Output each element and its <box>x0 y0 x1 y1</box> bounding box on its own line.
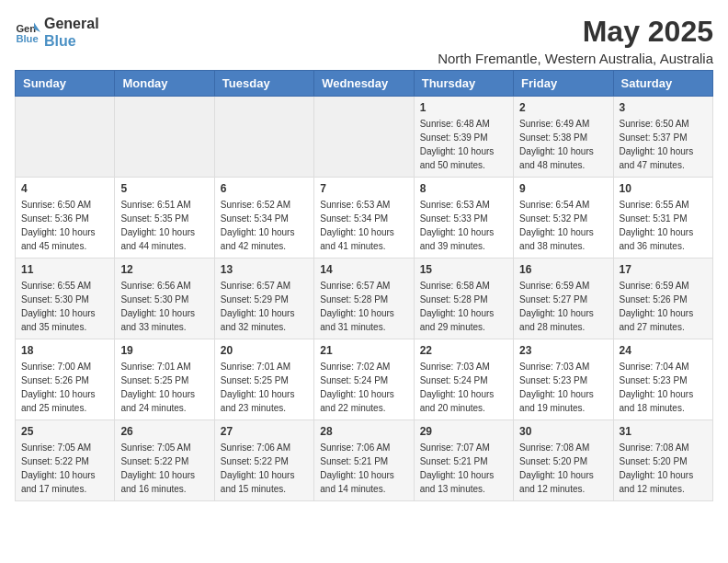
calendar-week-row: 4Sunrise: 6:50 AM Sunset: 5:36 PM Daylig… <box>16 178 713 259</box>
day-number: 3 <box>620 101 707 114</box>
calendar-table: Sunday Monday Tuesday Wednesday Thursday… <box>15 70 713 501</box>
table-row: 8Sunrise: 6:53 AM Sunset: 5:33 PM Daylig… <box>414 178 513 259</box>
day-number: 31 <box>620 425 707 438</box>
day-info: Sunrise: 6:57 AM Sunset: 5:29 PM Dayligh… <box>221 279 308 334</box>
header-sunday: Sunday <box>16 71 115 97</box>
day-number: 20 <box>221 344 308 357</box>
day-number: 2 <box>519 101 607 114</box>
day-number: 15 <box>420 263 507 276</box>
table-row: 11Sunrise: 6:55 AM Sunset: 5:30 PM Dayli… <box>16 259 115 339</box>
day-info: Sunrise: 7:03 AM Sunset: 5:24 PM Dayligh… <box>420 360 507 415</box>
day-info: Sunrise: 7:06 AM Sunset: 5:21 PM Dayligh… <box>320 441 407 496</box>
day-number: 6 <box>221 182 308 195</box>
day-info: Sunrise: 7:07 AM Sunset: 5:21 PM Dayligh… <box>420 441 507 496</box>
header-thursday: Thursday <box>414 71 513 97</box>
day-number: 13 <box>221 263 308 276</box>
table-row: 31Sunrise: 7:08 AM Sunset: 5:20 PM Dayli… <box>613 420 712 501</box>
day-info: Sunrise: 7:05 AM Sunset: 5:22 PM Dayligh… <box>120 441 208 496</box>
table-row <box>214 97 313 178</box>
day-info: Sunrise: 6:48 AM Sunset: 5:39 PM Dayligh… <box>420 117 507 172</box>
day-info: Sunrise: 7:08 AM Sunset: 5:20 PM Dayligh… <box>519 441 607 496</box>
calendar-title: May 2025 <box>438 15 713 49</box>
day-info: Sunrise: 6:59 AM Sunset: 5:26 PM Dayligh… <box>620 279 707 334</box>
day-number: 7 <box>320 182 407 195</box>
table-row: 19Sunrise: 7:01 AM Sunset: 5:25 PM Dayli… <box>115 339 214 420</box>
logo-general: General <box>44 16 99 31</box>
table-row: 17Sunrise: 6:59 AM Sunset: 5:26 PM Dayli… <box>613 259 712 339</box>
day-number: 11 <box>21 263 108 276</box>
day-info: Sunrise: 7:02 AM Sunset: 5:24 PM Dayligh… <box>320 360 407 415</box>
table-row: 25Sunrise: 7:05 AM Sunset: 5:22 PM Dayli… <box>16 420 115 501</box>
day-number: 30 <box>519 425 607 438</box>
table-row: 24Sunrise: 7:04 AM Sunset: 5:23 PM Dayli… <box>613 339 712 420</box>
calendar-header-row: Sunday Monday Tuesday Wednesday Thursday… <box>16 71 713 97</box>
table-row: 27Sunrise: 7:06 AM Sunset: 5:22 PM Dayli… <box>214 420 313 501</box>
table-row: 2Sunrise: 6:49 AM Sunset: 5:38 PM Daylig… <box>514 97 613 178</box>
day-number: 10 <box>620 182 707 195</box>
logo: Gen Blue General Blue <box>15 15 99 50</box>
day-number: 21 <box>320 344 407 357</box>
table-row: 18Sunrise: 7:00 AM Sunset: 5:26 PM Dayli… <box>16 339 115 420</box>
day-number: 28 <box>320 425 407 438</box>
table-row: 20Sunrise: 7:01 AM Sunset: 5:25 PM Dayli… <box>214 339 313 420</box>
day-number: 8 <box>420 182 507 195</box>
day-number: 27 <box>221 425 308 438</box>
day-number: 29 <box>420 425 507 438</box>
table-row <box>314 97 414 178</box>
table-row: 1Sunrise: 6:48 AM Sunset: 5:39 PM Daylig… <box>414 97 513 178</box>
table-row: 30Sunrise: 7:08 AM Sunset: 5:20 PM Dayli… <box>514 420 613 501</box>
day-number: 4 <box>21 182 108 195</box>
table-row: 7Sunrise: 6:53 AM Sunset: 5:34 PM Daylig… <box>314 178 414 259</box>
table-row: 10Sunrise: 6:55 AM Sunset: 5:31 PM Dayli… <box>613 178 712 259</box>
day-info: Sunrise: 6:53 AM Sunset: 5:33 PM Dayligh… <box>420 198 507 253</box>
calendar-week-row: 18Sunrise: 7:00 AM Sunset: 5:26 PM Dayli… <box>16 339 713 420</box>
calendar-week-row: 1Sunrise: 6:48 AM Sunset: 5:39 PM Daylig… <box>16 97 713 178</box>
table-row: 3Sunrise: 6:50 AM Sunset: 5:37 PM Daylig… <box>613 97 712 178</box>
table-row: 29Sunrise: 7:07 AM Sunset: 5:21 PM Dayli… <box>414 420 513 501</box>
day-number: 18 <box>21 344 108 357</box>
day-info: Sunrise: 7:01 AM Sunset: 5:25 PM Dayligh… <box>221 360 308 415</box>
day-info: Sunrise: 6:56 AM Sunset: 5:30 PM Dayligh… <box>120 279 208 334</box>
header-friday: Friday <box>514 71 613 97</box>
day-number: 17 <box>620 263 707 276</box>
header-saturday: Saturday <box>613 71 712 97</box>
day-info: Sunrise: 6:50 AM Sunset: 5:37 PM Dayligh… <box>620 117 707 172</box>
day-info: Sunrise: 7:05 AM Sunset: 5:22 PM Dayligh… <box>21 441 108 496</box>
day-number: 23 <box>519 344 607 357</box>
day-number: 16 <box>519 263 607 276</box>
day-number: 22 <box>420 344 507 357</box>
table-row: 26Sunrise: 7:05 AM Sunset: 5:22 PM Dayli… <box>115 420 214 501</box>
day-info: Sunrise: 6:53 AM Sunset: 5:34 PM Dayligh… <box>320 198 407 253</box>
day-number: 19 <box>120 344 208 357</box>
day-info: Sunrise: 7:04 AM Sunset: 5:23 PM Dayligh… <box>620 360 707 415</box>
day-number: 12 <box>120 263 208 276</box>
day-info: Sunrise: 7:01 AM Sunset: 5:25 PM Dayligh… <box>120 360 208 415</box>
day-info: Sunrise: 6:51 AM Sunset: 5:35 PM Dayligh… <box>120 198 208 253</box>
table-row: 4Sunrise: 6:50 AM Sunset: 5:36 PM Daylig… <box>16 178 115 259</box>
day-number: 24 <box>620 344 707 357</box>
svg-text:Blue: Blue <box>16 33 38 44</box>
logo-blue: Blue <box>44 33 76 49</box>
header: Gen Blue General Blue May 2025 North Fre… <box>15 15 713 66</box>
day-number: 25 <box>21 425 108 438</box>
day-info: Sunrise: 7:06 AM Sunset: 5:22 PM Dayligh… <box>221 441 308 496</box>
table-row: 6Sunrise: 6:52 AM Sunset: 5:34 PM Daylig… <box>214 178 313 259</box>
day-info: Sunrise: 6:57 AM Sunset: 5:28 PM Dayligh… <box>320 279 407 334</box>
table-row: 28Sunrise: 7:06 AM Sunset: 5:21 PM Dayli… <box>314 420 414 501</box>
header-wednesday: Wednesday <box>314 71 414 97</box>
day-number: 26 <box>120 425 208 438</box>
title-area: May 2025 North Fremantle, Western Austra… <box>438 15 713 66</box>
calendar-week-row: 11Sunrise: 6:55 AM Sunset: 5:30 PM Dayli… <box>16 259 713 339</box>
day-info: Sunrise: 6:50 AM Sunset: 5:36 PM Dayligh… <box>21 198 108 253</box>
table-row: 23Sunrise: 7:03 AM Sunset: 5:23 PM Dayli… <box>514 339 613 420</box>
day-info: Sunrise: 6:54 AM Sunset: 5:32 PM Dayligh… <box>519 198 607 253</box>
table-row: 14Sunrise: 6:57 AM Sunset: 5:28 PM Dayli… <box>314 259 414 339</box>
table-row: 16Sunrise: 6:59 AM Sunset: 5:27 PM Dayli… <box>514 259 613 339</box>
day-info: Sunrise: 6:55 AM Sunset: 5:30 PM Dayligh… <box>21 279 108 334</box>
header-tuesday: Tuesday <box>214 71 313 97</box>
day-info: Sunrise: 6:58 AM Sunset: 5:28 PM Dayligh… <box>420 279 507 334</box>
day-info: Sunrise: 6:52 AM Sunset: 5:34 PM Dayligh… <box>221 198 308 253</box>
day-info: Sunrise: 6:49 AM Sunset: 5:38 PM Dayligh… <box>519 117 607 172</box>
table-row: 22Sunrise: 7:03 AM Sunset: 5:24 PM Dayli… <box>414 339 513 420</box>
day-info: Sunrise: 7:03 AM Sunset: 5:23 PM Dayligh… <box>519 360 607 415</box>
